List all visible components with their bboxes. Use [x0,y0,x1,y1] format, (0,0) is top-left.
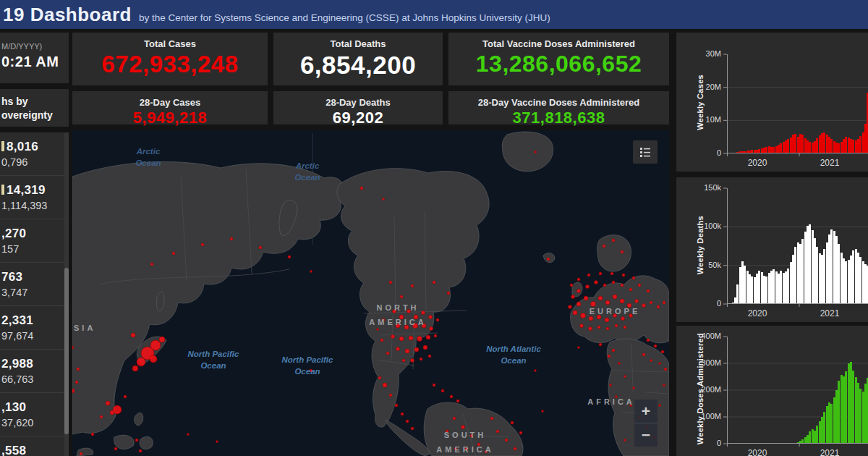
item-subvalue: 66,763 [1,373,69,385]
item-subvalue: 97,674 [1,330,69,342]
plot-svg [727,337,868,448]
list-item[interactable]: 8,016 0,796 [0,132,69,176]
total-vaccine-doses-panel: Total Vaccine Doses Administered 13,286,… [448,33,669,85]
item-subvalue: 0,796 [1,156,69,168]
stat-label: Total Vaccine Doses Administered [448,33,669,49]
scrollbar[interactable] [64,132,69,456]
x-tick-label: 2020 [748,158,767,168]
legend-list-icon [639,146,651,158]
map-panel[interactable]: ArcticOcean ArcticOcean North PacificOce… [72,130,669,456]
y-tick-label: 150k [676,183,721,192]
x-tick-label: 2020 [748,448,767,456]
x-tick-label: 2021 [820,308,840,318]
legend-button[interactable] [633,140,658,164]
value-highlight-bar [1,141,4,151]
app-header: 19 Dashboard by the Center for Systems S… [0,0,868,29]
y-tick-label: 0 [676,148,721,157]
y-tick-label: 30M [676,49,721,58]
page-title: 19 Dashboard [3,0,132,29]
world-map-svg [72,130,669,456]
x-tick-label: 2020 [748,308,767,318]
item-value: 8,016 [1,140,69,154]
zoom-out-button[interactable]: − [634,423,658,447]
item-value: ,270 [1,227,69,241]
item-value: 2,988 [1,357,69,371]
value-highlight-bar [1,185,4,195]
list-item[interactable]: 763 3,747 [0,263,69,306]
total-deaths-panel: Total Deaths 6,854,200 [273,33,443,85]
date-format-hint: M/D/YYYY) [0,33,69,51]
stat-label: 28-Day Vaccine Doses Administered [448,91,669,108]
scrollbar-thumb[interactable] [64,268,69,434]
page-subtitle: by the Center for Systems Science and En… [139,12,550,23]
item-subvalue: 37,620 [1,417,69,428]
list-title-line2: overeignty [0,109,69,122]
stat-label: Total Cases [72,33,268,49]
item-subvalue: 157 [1,243,69,255]
y-tick-label: 200M [676,385,721,394]
minus-icon: − [642,423,650,447]
weekly-doses-chart: Weekly Doses Administered 400M300M200M10… [676,326,868,456]
stat-value: 371,818,638 [448,109,669,127]
list-item[interactable]: ,558 [0,436,69,456]
list-item[interactable]: 2,331 97,674 [0,306,69,350]
item-value: 14,319 [1,183,69,198]
weekly-deaths-chart: Weekly Deaths 150k100k50k020202021 [676,177,868,322]
item-subvalue: 3,747 [1,287,69,298]
stat-value: 672,933,248 [72,51,268,78]
y-tick-label: 0 [676,299,721,308]
item-value: ,558 [1,444,69,456]
x-tick-label: 2021 [820,158,840,168]
list-item[interactable]: 14,319 1,114,393 [0,176,69,219]
y-tick-label: 20M [676,83,721,91]
y-tick-label: 0 [676,439,721,447]
stat-value: 6,854,200 [273,51,443,80]
country-list-panel: 8,016 0,796 14,319 1,114,393 ,270 157 76… [0,132,69,456]
list-item[interactable]: ,130 37,620 [0,393,69,436]
item-subvalue: 1,114,393 [1,200,69,211]
list-title-line1: hs by [0,95,69,109]
y-tick-label: 100k [676,221,721,230]
28-day-vaccine-doses-panel: 28-Day Vaccine Doses Administered 371,81… [448,91,669,124]
plot-svg [727,188,868,308]
last-updated-panel: M/D/YYYY) 0:21 AM [0,33,69,83]
list-item[interactable]: ,270 157 [0,219,69,263]
item-value: 763 [1,270,69,284]
list-header-panel: hs by overeignty [0,89,69,127]
y-tick-label: 10M [676,115,721,124]
x-tick-label: 2021 [820,448,840,456]
zoom-in-button[interactable]: + [634,400,658,423]
y-tick-label: 50k [676,261,721,269]
y-tick-label: 300M [676,358,721,367]
y-tick-label: 400M [676,332,721,340]
list-item[interactable]: 2,988 66,763 [0,350,69,393]
stat-value: 5,949,218 [72,109,268,127]
28-day-deaths-panel: 28-Day Deaths 69,202 [273,91,443,124]
28-day-cases-panel: 28-Day Cases 5,949,218 [72,91,268,124]
stat-label: 28-Day Deaths [273,91,443,108]
last-updated-time: 0:21 AM [0,51,69,70]
stat-value: 13,286,066,652 [448,51,669,77]
y-tick-label: 100M [676,412,721,421]
item-value: 2,331 [1,313,69,328]
plot-svg [727,54,868,158]
stat-value: 69,202 [273,109,443,127]
plus-icon: + [642,400,650,423]
stat-label: Total Deaths [273,33,443,49]
item-value: ,130 [1,400,69,415]
stat-label: 28-Day Cases [72,91,268,108]
weekly-cases-chart: Weekly Cases 30M20M10M020202021 [676,33,868,172]
total-cases-panel: Total Cases 672,933,248 [72,33,268,85]
